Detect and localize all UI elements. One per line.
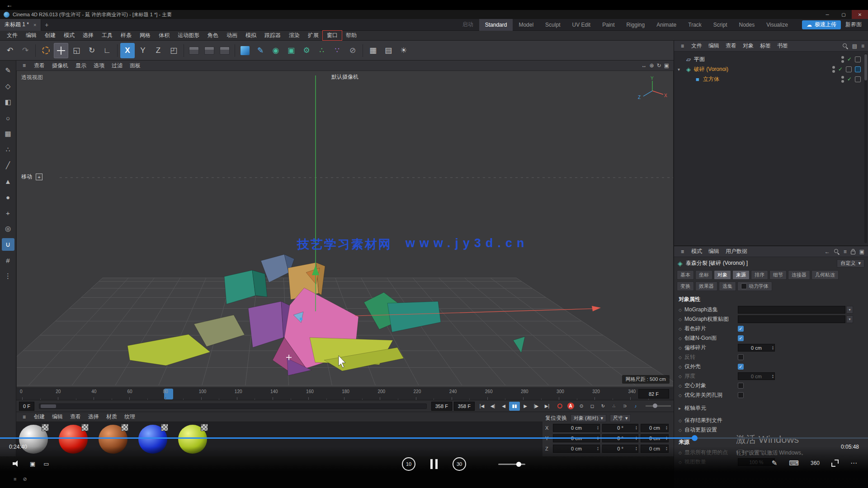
record-pla-toggle[interactable]: ∴ [609,402,619,411]
timeline-scale-slider[interactable] [646,405,671,407]
rotate-view-icon[interactable]: ↻ [657,62,661,69]
attr-checkbox[interactable]: ✓ [738,364,744,370]
viewport-menu-4[interactable]: 选项 [90,61,108,70]
snap-toggle-icon[interactable]: ∪ [2,238,14,251]
attribute-menu-2[interactable]: 编辑 [705,247,722,256]
enabled-check-icon[interactable]: ✓ [847,76,852,82]
render-visibility-dot[interactable] [841,80,844,83]
pip-icon[interactable]: ▣ [30,460,35,467]
object-row-3[interactable]: ■立方体✓ [674,74,868,84]
anim-diamond-icon[interactable]: ◇ [679,327,684,331]
coord-scale-field-x[interactable]: 0 cm▴▾ [641,424,669,432]
render-picture-viewer[interactable] [202,43,217,58]
range-slider[interactable] [39,404,427,409]
layout-tab-nodes[interactable]: Nodes [733,19,761,31]
block-icon[interactable]: ⊘ [23,476,27,482]
recent-tool[interactable]: ∟ [100,43,114,58]
menubar-item-1[interactable]: 文件 [3,31,22,40]
snap-settings-icon[interactable]: ⋮ [2,270,14,282]
upload-button[interactable]: ☁ 极速上传 [802,20,841,29]
menubar-item-15[interactable]: 渲染 [285,31,304,40]
camera-label[interactable]: 默认摄像机 [331,73,359,81]
attr-tab2-2[interactable]: 效果器 [695,282,717,291]
attr-checkbox[interactable] [738,450,744,455]
stepper-icon[interactable]: ▴▾ [666,426,667,430]
record-scale-toggle[interactable]: ◻ [587,402,598,411]
attr-checkbox[interactable]: ✓ [738,326,744,332]
dynamics-checkbox[interactable] [741,283,747,289]
back-icon[interactable]: ← [6,1,13,9]
layout-tab-standard[interactable]: Standard [479,19,513,31]
attr-link-field[interactable] [738,315,845,323]
menubar-item-13[interactable]: 模拟 [241,31,260,40]
screen-icon[interactable]: ▭ [43,460,49,467]
record-position-toggle[interactable]: ⊙ [576,402,587,411]
menubar-item-10[interactable]: 运动图形 [174,31,203,40]
material-menu-4[interactable]: 选择 [85,412,103,422]
attr-tab2-1[interactable]: 变换 [677,282,694,291]
anim-diamond-icon[interactable]: ◇ [679,384,684,388]
coord-pos-field-x[interactable]: 0 cm▴▾ [553,424,600,432]
camera-film[interactable]: ▤ [381,43,396,58]
material-menu-5[interactable]: 材质 [103,412,121,422]
viewport-menu-6[interactable]: 面板 [126,61,144,70]
goto-start-button[interactable]: |◀ [476,402,487,411]
play-pause-button[interactable]: ▮▮ [509,402,520,411]
rotate-tool[interactable]: ↻ [85,43,99,58]
enabled-check-icon[interactable]: ✓ [847,56,852,62]
coord-pos-field-z[interactable]: 0 cm▴▾ [553,445,600,453]
volume-mode-icon[interactable]: ● [2,191,14,203]
object-manager-menu-3[interactable]: 查看 [722,41,740,51]
object-row-1[interactable]: ▱平面✓ [674,54,868,64]
layout-tab-model[interactable]: Model [513,19,539,31]
forward-30-button[interactable]: 30 [453,457,466,471]
editor-visibility-dot[interactable] [841,56,844,59]
attr-checkbox[interactable] [738,354,744,360]
object-manager-menu-6[interactable]: 书签 [774,41,791,51]
menubar-item-4[interactable]: 模式 [60,31,79,40]
lock-x-axis[interactable]: X [120,43,135,58]
prev-frame-button[interactable]: ◀ [498,402,509,411]
layout-tab-paint[interactable]: Paint [596,19,620,31]
layout-tab-sculpt[interactable]: Sculpt [539,19,566,31]
texture-mode-icon[interactable]: ○ [2,112,14,124]
timeline-ruler[interactable]: 82 F 02040608010012014016018020022024026… [16,388,674,400]
attr-tab-7[interactable]: 连接器 [788,270,810,280]
scrollbar-thumb[interactable] [864,54,867,80]
viewport-menu-2[interactable]: 摄像机 [48,61,72,70]
stepper-down-icon[interactable]: ▾ [772,376,774,379]
object-manager-menu-2[interactable]: 编辑 [705,41,722,51]
material-menu-2[interactable]: 编辑 [48,412,66,422]
pan-view-icon[interactable]: ↔ [642,62,647,69]
size-mode-dropdown[interactable]: 尺寸▾ [610,414,631,422]
range-slider-thumb[interactable] [41,404,56,408]
layout-tab-animate[interactable]: Animate [651,19,682,31]
keyframe-selection-toggle[interactable]: ⊃ [619,402,630,411]
list-icon[interactable]: ≡ [14,476,16,482]
layout-tab-uv-edit[interactable]: UV Edit [566,19,596,31]
attr-tab-8[interactable]: 几何粘连 [811,270,839,280]
add-tab-button[interactable]: + [41,21,52,28]
stepper-down-icon[interactable]: ▾ [636,449,637,451]
material-hamburger-icon[interactable]: ≡ [19,413,29,421]
menubar-item-3[interactable]: 创建 [41,31,60,40]
toggle-view-icon[interactable]: ▣ [664,62,669,69]
stepper-down-icon[interactable]: ▾ [772,348,774,350]
scrollbar[interactable] [864,53,867,243]
rewind-10-button[interactable]: 10 [402,457,415,471]
attribute-hamburger-icon[interactable]: ≡ [678,248,687,256]
blue-tag-icon[interactable] [855,66,861,72]
expander-icon[interactable]: ▾ [678,67,683,72]
minimize-button[interactable]: ─ [819,10,835,19]
player-volume-slider[interactable] [498,464,525,465]
layout-tab-启动[interactable]: 启动 [457,19,479,31]
anim-diamond-icon[interactable]: ◇ [679,374,684,379]
redo-icon[interactable]: ↷ [18,43,33,58]
object-manager-hamburger-icon[interactable]: ≡ [678,42,687,50]
edges-mode-icon[interactable]: ╱ [2,159,14,172]
layout-tab-rigging[interactable]: Rigging [621,19,651,31]
points-mode-icon[interactable]: ∴ [2,143,14,156]
filter-icon[interactable]: ≡ [844,249,847,255]
autokey-button[interactable]: A [565,402,576,411]
pencil-icon[interactable]: ✎ [772,459,778,467]
